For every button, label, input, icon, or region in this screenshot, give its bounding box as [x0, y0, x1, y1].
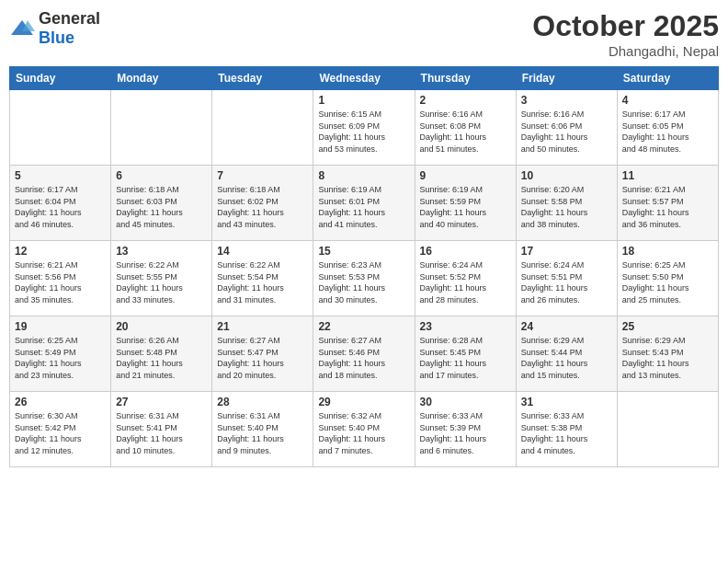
table-row: [212, 90, 313, 166]
day-info: Sunrise: 6:29 AM Sunset: 5:43 PM Dayligh…: [622, 335, 713, 381]
day-info: Sunrise: 6:27 AM Sunset: 5:47 PM Dayligh…: [217, 335, 308, 381]
table-row: 2Sunrise: 6:16 AM Sunset: 6:08 PM Daylig…: [415, 90, 516, 166]
table-row: 5Sunrise: 6:17 AM Sunset: 6:04 PM Daylig…: [10, 166, 111, 241]
day-info: Sunrise: 6:33 AM Sunset: 5:38 PM Dayligh…: [521, 410, 612, 456]
col-friday: Friday: [516, 67, 617, 90]
day-number: 26: [15, 396, 106, 408]
day-info: Sunrise: 6:26 AM Sunset: 5:48 PM Dayligh…: [116, 335, 207, 381]
table-row: 21Sunrise: 6:27 AM Sunset: 5:47 PM Dayli…: [212, 316, 313, 392]
table-row: 3Sunrise: 6:16 AM Sunset: 6:06 PM Daylig…: [516, 90, 617, 166]
day-info: Sunrise: 6:17 AM Sunset: 6:04 PM Dayligh…: [15, 184, 106, 230]
table-row: [617, 392, 718, 467]
table-row: 13Sunrise: 6:22 AM Sunset: 5:55 PM Dayli…: [111, 241, 212, 316]
calendar-week-row: 1Sunrise: 6:15 AM Sunset: 6:09 PM Daylig…: [10, 90, 719, 166]
table-row: [111, 90, 212, 166]
day-number: 13: [116, 245, 207, 258]
day-number: 12: [15, 245, 106, 258]
day-info: Sunrise: 6:24 AM Sunset: 5:51 PM Dayligh…: [521, 259, 612, 305]
day-number: 23: [420, 320, 511, 333]
day-number: 18: [622, 245, 713, 258]
day-info: Sunrise: 6:19 AM Sunset: 6:01 PM Dayligh…: [318, 184, 409, 230]
day-info: Sunrise: 6:16 AM Sunset: 6:06 PM Dayligh…: [521, 109, 612, 155]
col-wednesday: Wednesday: [313, 67, 415, 90]
table-row: [10, 90, 111, 166]
day-number: 20: [116, 320, 207, 333]
table-row: 24Sunrise: 6:29 AM Sunset: 5:44 PM Dayli…: [516, 316, 617, 392]
table-row: 23Sunrise: 6:28 AM Sunset: 5:45 PM Dayli…: [415, 316, 516, 392]
day-info: Sunrise: 6:31 AM Sunset: 5:40 PM Dayligh…: [217, 410, 308, 456]
logo-blue: Blue: [39, 29, 74, 47]
title-block: October 2025 Dhangadhi, Nepal: [532, 9, 719, 59]
header: General Blue October 2025 Dhangadhi, Nep…: [9, 9, 719, 59]
table-row: 30Sunrise: 6:33 AM Sunset: 5:39 PM Dayli…: [415, 392, 516, 467]
col-tuesday: Tuesday: [212, 67, 313, 90]
logo-general: General: [39, 9, 100, 28]
day-info: Sunrise: 6:32 AM Sunset: 5:40 PM Dayligh…: [318, 410, 409, 456]
day-info: Sunrise: 6:27 AM Sunset: 5:46 PM Dayligh…: [318, 335, 409, 381]
table-row: 4Sunrise: 6:17 AM Sunset: 6:05 PM Daylig…: [617, 90, 718, 166]
day-number: 4: [622, 94, 713, 107]
day-number: 6: [116, 169, 207, 182]
calendar-week-row: 5Sunrise: 6:17 AM Sunset: 6:04 PM Daylig…: [10, 166, 719, 241]
day-number: 19: [15, 320, 106, 333]
page: General Blue October 2025 Dhangadhi, Nep…: [0, 0, 728, 563]
day-info: Sunrise: 6:15 AM Sunset: 6:09 PM Dayligh…: [318, 109, 409, 155]
day-number: 10: [521, 169, 612, 182]
day-info: Sunrise: 6:29 AM Sunset: 5:44 PM Dayligh…: [521, 335, 612, 381]
table-row: 17Sunrise: 6:24 AM Sunset: 5:51 PM Dayli…: [516, 241, 617, 316]
calendar-week-row: 26Sunrise: 6:30 AM Sunset: 5:42 PM Dayli…: [10, 392, 719, 467]
table-row: 25Sunrise: 6:29 AM Sunset: 5:43 PM Dayli…: [617, 316, 718, 392]
day-info: Sunrise: 6:25 AM Sunset: 5:50 PM Dayligh…: [622, 259, 713, 305]
location: Dhangadhi, Nepal: [532, 43, 719, 59]
day-info: Sunrise: 6:22 AM Sunset: 5:55 PM Dayligh…: [116, 259, 207, 305]
col-sunday: Sunday: [10, 67, 111, 90]
day-number: 15: [318, 245, 409, 258]
table-row: 6Sunrise: 6:18 AM Sunset: 6:03 PM Daylig…: [111, 166, 212, 241]
calendar-week-row: 12Sunrise: 6:21 AM Sunset: 5:56 PM Dayli…: [10, 241, 719, 316]
table-row: 22Sunrise: 6:27 AM Sunset: 5:46 PM Dayli…: [313, 316, 415, 392]
day-info: Sunrise: 6:18 AM Sunset: 6:02 PM Dayligh…: [217, 184, 308, 230]
day-info: Sunrise: 6:19 AM Sunset: 5:59 PM Dayligh…: [420, 184, 511, 230]
table-row: 29Sunrise: 6:32 AM Sunset: 5:40 PM Dayli…: [313, 392, 415, 467]
day-number: 29: [318, 396, 409, 408]
day-number: 9: [420, 169, 511, 182]
table-row: 9Sunrise: 6:19 AM Sunset: 5:59 PM Daylig…: [415, 166, 516, 241]
day-info: Sunrise: 6:28 AM Sunset: 5:45 PM Dayligh…: [420, 335, 511, 381]
col-monday: Monday: [111, 67, 212, 90]
day-info: Sunrise: 6:21 AM Sunset: 5:57 PM Dayligh…: [622, 184, 713, 230]
calendar: Sunday Monday Tuesday Wednesday Thursday…: [9, 66, 719, 467]
day-info: Sunrise: 6:21 AM Sunset: 5:56 PM Dayligh…: [15, 259, 106, 305]
day-info: Sunrise: 6:33 AM Sunset: 5:39 PM Dayligh…: [420, 410, 511, 456]
table-row: 8Sunrise: 6:19 AM Sunset: 6:01 PM Daylig…: [313, 166, 415, 241]
day-info: Sunrise: 6:20 AM Sunset: 5:58 PM Dayligh…: [521, 184, 612, 230]
day-number: 16: [420, 245, 511, 258]
day-info: Sunrise: 6:31 AM Sunset: 5:41 PM Dayligh…: [116, 410, 207, 456]
day-number: 8: [318, 169, 409, 182]
day-number: 22: [318, 320, 409, 333]
col-thursday: Thursday: [415, 67, 516, 90]
day-number: 7: [217, 169, 308, 182]
day-number: 1: [318, 94, 409, 107]
day-number: 11: [622, 169, 713, 182]
table-row: 12Sunrise: 6:21 AM Sunset: 5:56 PM Dayli…: [10, 241, 111, 316]
table-row: 1Sunrise: 6:15 AM Sunset: 6:09 PM Daylig…: [313, 90, 415, 166]
day-info: Sunrise: 6:17 AM Sunset: 6:05 PM Dayligh…: [622, 109, 713, 155]
day-number: 5: [15, 169, 106, 182]
table-row: 7Sunrise: 6:18 AM Sunset: 6:02 PM Daylig…: [212, 166, 313, 241]
day-number: 14: [217, 245, 308, 258]
table-row: 18Sunrise: 6:25 AM Sunset: 5:50 PM Dayli…: [617, 241, 718, 316]
table-row: 16Sunrise: 6:24 AM Sunset: 5:52 PM Dayli…: [415, 241, 516, 316]
day-number: 27: [116, 396, 207, 408]
col-saturday: Saturday: [617, 67, 718, 90]
day-number: 30: [420, 396, 511, 408]
day-info: Sunrise: 6:25 AM Sunset: 5:49 PM Dayligh…: [15, 335, 106, 381]
month-title: October 2025: [532, 9, 719, 43]
day-info: Sunrise: 6:16 AM Sunset: 6:08 PM Dayligh…: [420, 109, 511, 155]
table-row: 31Sunrise: 6:33 AM Sunset: 5:38 PM Dayli…: [516, 392, 617, 467]
day-number: 28: [217, 396, 308, 408]
day-number: 31: [521, 396, 612, 408]
day-info: Sunrise: 6:18 AM Sunset: 6:03 PM Dayligh…: [116, 184, 207, 230]
table-row: 26Sunrise: 6:30 AM Sunset: 5:42 PM Dayli…: [10, 392, 111, 467]
day-number: 2: [420, 94, 511, 107]
day-info: Sunrise: 6:23 AM Sunset: 5:53 PM Dayligh…: [318, 259, 409, 305]
